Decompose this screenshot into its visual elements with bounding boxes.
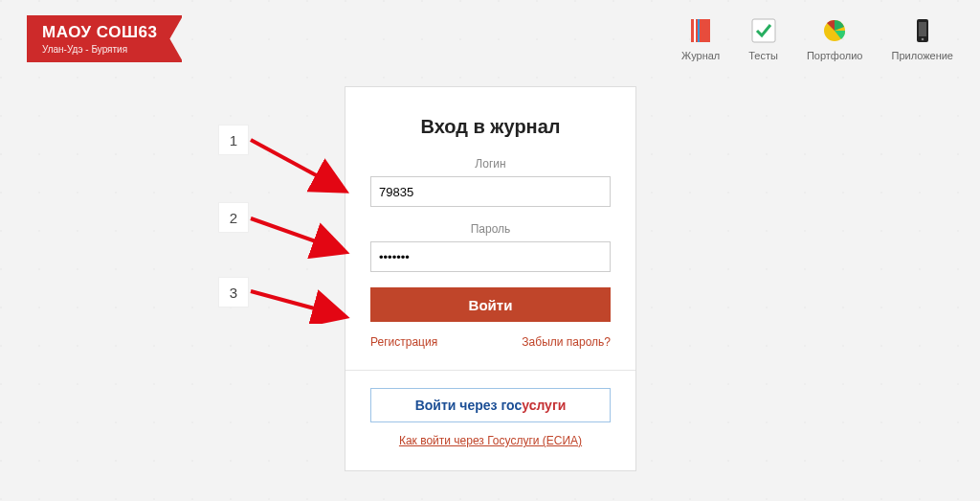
login-form: Вход в журнал Логин Пароль Войти Регистр… xyxy=(345,86,636,471)
gosuslugi-button[interactable]: Войти через госуслуги xyxy=(370,388,611,422)
checkmark-icon xyxy=(750,17,777,44)
gosuslugi-help-link[interactable]: Как войти через Госуслуги (ЕСИА) xyxy=(370,434,611,447)
nav-tests-label: Тесты xyxy=(748,50,778,61)
password-input[interactable] xyxy=(370,241,611,272)
password-label: Пароль xyxy=(370,222,611,236)
journal-icon xyxy=(687,17,714,44)
top-nav: Журнал Тесты Портфолио Приложение xyxy=(681,17,953,61)
pie-chart-icon xyxy=(821,17,848,44)
svg-rect-3 xyxy=(752,19,775,42)
login-heading: Вход в журнал xyxy=(370,116,611,138)
nav-portfolio[interactable]: Портфолио xyxy=(807,17,863,61)
svg-line-8 xyxy=(251,140,343,190)
svg-point-7 xyxy=(921,38,924,41)
login-label: Логин xyxy=(370,157,611,171)
forgot-password-link[interactable]: Забыли пароль? xyxy=(522,335,611,349)
nav-tests[interactable]: Тесты xyxy=(748,17,778,61)
svg-line-9 xyxy=(251,218,343,251)
annotation-arrow-3 xyxy=(247,285,352,324)
nav-app-label: Приложение xyxy=(891,50,953,61)
annotation-number-3: 3 xyxy=(219,278,248,307)
phone-icon xyxy=(909,17,936,44)
register-link[interactable]: Регистрация xyxy=(370,335,437,349)
nav-app[interactable]: Приложение xyxy=(891,17,953,61)
svg-rect-1 xyxy=(694,19,696,42)
divider xyxy=(345,370,635,371)
school-subtitle: Улан-Удэ - Бурятия xyxy=(42,44,157,55)
school-title: МАОУ СОШ63 xyxy=(42,23,157,42)
school-ribbon: МАОУ СОШ63 Улан-Удэ - Бурятия xyxy=(27,15,182,62)
annotation-arrow-2 xyxy=(247,213,352,259)
gosuslugi-blue: гос xyxy=(501,398,522,413)
annotation-arrow-1 xyxy=(247,132,352,197)
nav-journal-label: Журнал xyxy=(681,50,720,61)
annotation-number-1: 1 xyxy=(219,125,248,154)
annotation-number-2: 2 xyxy=(219,203,248,232)
submit-button[interactable]: Войти xyxy=(370,287,611,322)
nav-portfolio-label: Портфолио xyxy=(807,50,863,61)
gosuslugi-red: услуги xyxy=(522,398,566,413)
login-input[interactable] xyxy=(370,176,611,207)
svg-rect-6 xyxy=(919,22,926,36)
svg-line-10 xyxy=(251,291,343,316)
nav-journal[interactable]: Журнал xyxy=(681,17,720,61)
svg-rect-2 xyxy=(698,19,700,42)
gosuslugi-prefix: Войти через xyxy=(415,398,501,413)
